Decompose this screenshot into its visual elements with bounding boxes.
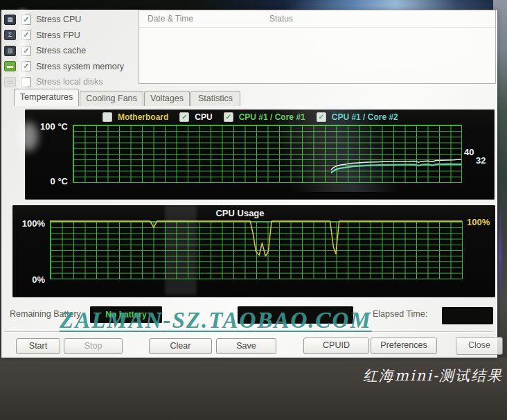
fpu-icon: Σ [4, 30, 16, 40]
usage-axis-min-label: 0% [12, 274, 45, 285]
close-button[interactable]: Close [456, 337, 503, 355]
stress-cpu-row: ▦ ✓ Stress CPU [4, 12, 140, 28]
stress-cache-label: Stress cache [36, 46, 86, 55]
legend-core1-label: CPU #1 / Core #1 [239, 112, 305, 122]
clear-button[interactable]: Clear [149, 338, 212, 354]
stress-cache-row: ▥ ✓ Stress cache [4, 43, 140, 59]
log-header-divider [139, 27, 495, 28]
legend-core2-checkbox[interactable]: ✓ [317, 112, 326, 122]
preferences-button[interactable]: Preferences [371, 338, 437, 354]
cpu-usage-chart-panel: CPU Usage 100% 0% 100% [12, 205, 495, 297]
temperature-chart-panel: Motherboard ✓ CPU ✓ CPU #1 / Core #1 ✓ C… [25, 110, 495, 200]
cpu-usage-line [50, 221, 462, 279]
legend-cpu-checkbox[interactable]: ✓ [179, 112, 189, 122]
legend-core2-label: CPU #1 / Core #2 [332, 112, 398, 122]
temp-value-cpu: 40 [464, 147, 474, 157]
stress-cpu-label: Stress CPU [36, 15, 81, 24]
tab-voltages[interactable]: Voltages [144, 91, 190, 106]
tab-statistics[interactable]: Statistics [190, 91, 240, 106]
stress-fpu-label: Stress FPU [36, 30, 80, 40]
elapsed-time-display [442, 307, 493, 324]
log-column-date-time: Date & Time [148, 14, 193, 24]
cpuid-button[interactable]: CPUID [303, 338, 369, 354]
tab-cooling-fans[interactable]: Cooling Fans [80, 91, 143, 106]
cache-icon: ▥ [4, 46, 16, 56]
elapsed-time-label: Elapsed Time: [373, 309, 427, 319]
photo-of-stability-test: ▦ ✓ Stress CPU Σ ✓ Stress FPU ▥ ✓ Stress… [0, 0, 507, 420]
legend-motherboard-label: Motherboard [118, 112, 168, 122]
stress-disks-row: ▭ Stress local disks [4, 74, 140, 90]
stress-memory-label: Stress system memory [36, 62, 124, 71]
temperature-legend: Motherboard ✓ CPU ✓ CPU #1 / Core #1 ✓ C… [103, 112, 404, 122]
stress-memory-row: ▬ ✓ Stress system memory [4, 59, 140, 75]
stress-cpu-checkbox[interactable]: ✓ [21, 15, 31, 25]
stress-memory-checkbox[interactable]: ✓ [21, 61, 31, 71]
system-stability-test-dialog: ▦ ✓ Stress CPU Σ ✓ Stress FPU ▥ ✓ Stress… [1, 10, 497, 358]
photo-light-streak [499, 204, 501, 305]
stop-button[interactable]: Stop [64, 338, 123, 354]
temp-axis-min-label: 0 °C [25, 176, 68, 186]
tab-temperatures[interactable]: Temperatures [14, 89, 79, 106]
log-column-status: Status [269, 14, 293, 24]
legend-cpu-label: CPU [195, 112, 212, 122]
stress-fpu-checkbox[interactable]: ✓ [21, 30, 31, 40]
disk-icon: ▭ [4, 77, 16, 87]
start-button[interactable]: Start [16, 338, 60, 354]
cpu-icon: ▦ [4, 15, 16, 25]
temp-axis-max-label: 100 °C [25, 121, 68, 132]
usage-axis-max-label: 100% [12, 218, 45, 229]
temperature-lines [73, 125, 461, 182]
cpu-usage-title: CPU Usage [12, 208, 468, 218]
legend-motherboard-checkbox[interactable] [103, 112, 112, 122]
stress-options-panel: ▦ ✓ Stress CPU Σ ✓ Stress FPU ▥ ✓ Stress… [4, 12, 140, 90]
legend-core1-checkbox[interactable]: ✓ [224, 112, 233, 122]
usage-current-value: 100% [467, 217, 490, 227]
stress-disks-label: Stress local disks [36, 77, 103, 87]
stress-disks-checkbox[interactable] [21, 77, 31, 87]
temp-value-core: 32 [476, 155, 486, 166]
stress-fpu-row: Σ ✓ Stress FPU [4, 28, 140, 44]
save-button[interactable]: Save [216, 338, 276, 354]
memory-icon: ▬ [4, 61, 16, 71]
stress-cache-checkbox[interactable]: ✓ [21, 46, 31, 56]
taobao-watermark: ZALMAN-SZ.TAOBAO.COM [60, 308, 372, 333]
test-log-panel[interactable]: Date & Time Status [139, 10, 496, 84]
photo-caption-chinese: 红海mini-测试结果 [363, 366, 503, 385]
